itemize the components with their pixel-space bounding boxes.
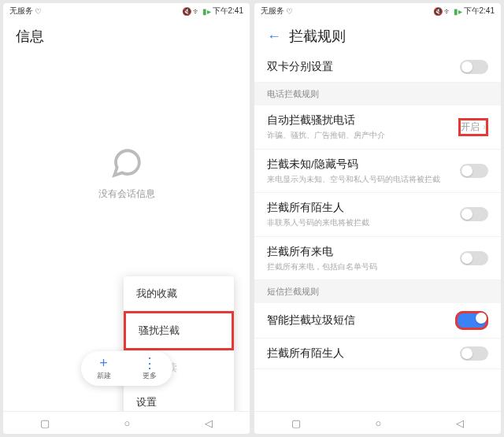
row-smart-sms[interactable]: 智能拦截垃圾短信 — [254, 303, 501, 339]
menu-block[interactable]: 骚扰拦截 — [124, 311, 234, 350]
carrier-label: 无服务 — [9, 6, 33, 17]
toggle-unknown[interactable] — [460, 164, 488, 178]
auto-block-value: 开启 › — [458, 118, 488, 136]
menu-favorites[interactable]: 我的收藏 — [124, 276, 234, 311]
screen-block-rules: 无服务 ♡ 🔇 ᯤ ▮▸ 下午2:41 ← 拦截规则 双卡分别设置 电话拦截规则… — [254, 3, 501, 434]
row-dual-sim[interactable]: 双卡分别设置 — [254, 52, 501, 83]
nav-back-icon[interactable]: ◁ — [205, 417, 213, 429]
section-call-rules: 电话拦截规则 — [254, 83, 501, 106]
toggle-dual-sim[interactable] — [460, 60, 488, 74]
nav-recent-icon[interactable]: ▢ — [40, 417, 50, 429]
new-button[interactable]: + 新建 — [89, 354, 119, 383]
battery-icon: ▮▸ — [202, 7, 211, 16]
status-bar: 无服务 ♡ 🔇 ᯤ ▮▸ 下午2:41 — [3, 3, 250, 19]
screen-messages: 无服务 ♡ 🔇 ᯤ ▮▸ 下午2:41 信息 没有会话信息 我的收藏 骚扰拦截 … — [3, 3, 250, 434]
wifi-icon: ᯤ — [444, 7, 452, 16]
back-icon[interactable]: ← — [267, 28, 281, 45]
nav-recent-icon[interactable]: ▢ — [291, 417, 301, 429]
toggle-sms-strangers[interactable] — [460, 346, 488, 361]
wifi-icon: ᯤ — [193, 7, 201, 16]
row-unknown[interactable]: 拦截未知/隐藏号码 来电显示为未知、空号和私人号码的电话将被拦截 — [254, 150, 501, 194]
page-title: 信息 — [3, 19, 250, 52]
toggle-strangers[interactable] — [460, 207, 488, 221]
row-strangers[interactable]: 拦截所有陌生人 非联系人号码的来电将被拦截 — [254, 193, 501, 237]
status-bar: 无服务 ♡ 🔇 ᯤ ▮▸ 下午2:41 — [254, 3, 501, 19]
toggle-smart-sms[interactable] — [455, 311, 488, 330]
row-sms-strangers[interactable]: 拦截所有陌生人 — [254, 339, 501, 369]
chat-bubble-icon — [110, 146, 143, 180]
chevron-right-icon: › — [483, 121, 486, 132]
nav-home-icon[interactable]: ○ — [376, 417, 382, 429]
time-label: 下午2:41 — [213, 6, 243, 17]
row-all-calls[interactable]: 拦截所有来电 拦截所有来电，包括白名单号码 — [254, 237, 501, 281]
section-sms-rules: 短信拦截规则 — [254, 280, 501, 303]
time-label: 下午2:41 — [464, 6, 495, 17]
empty-state: 没有会话信息 — [3, 146, 250, 201]
heart-icon: ♡ — [35, 7, 42, 16]
system-nav: ▢ ○ ◁ — [3, 411, 250, 434]
toggle-all-calls[interactable] — [460, 251, 488, 265]
battery-icon: ▮▸ — [454, 7, 462, 16]
system-nav: ▢ ○ ◁ — [254, 411, 501, 434]
more-icon: ⋮ — [143, 356, 157, 370]
empty-text: 没有会话信息 — [98, 187, 155, 201]
nav-back-icon[interactable]: ◁ — [456, 417, 464, 429]
row-auto-block[interactable]: 自动拦截骚扰电话 诈骗、骚扰、广告推销、房产中介 开启 › — [254, 106, 501, 150]
bottom-action-bar: + 新建 ⋮ 更多 — [81, 351, 172, 386]
heart-icon: ♡ — [286, 7, 293, 16]
carrier-label: 无服务 — [261, 6, 284, 17]
mute-icon: 🔇 — [182, 7, 191, 16]
plus-icon: + — [99, 356, 108, 370]
mute-icon: 🔇 — [433, 7, 443, 16]
page-title: 拦截规则 — [289, 27, 346, 46]
menu-settings[interactable]: 设置 — [124, 385, 234, 411]
overflow-menu: 我的收藏 骚扰拦截 全部已读 设置 — [124, 276, 234, 411]
more-button[interactable]: ⋮ 更多 — [135, 354, 165, 383]
nav-home-icon[interactable]: ○ — [124, 417, 131, 429]
